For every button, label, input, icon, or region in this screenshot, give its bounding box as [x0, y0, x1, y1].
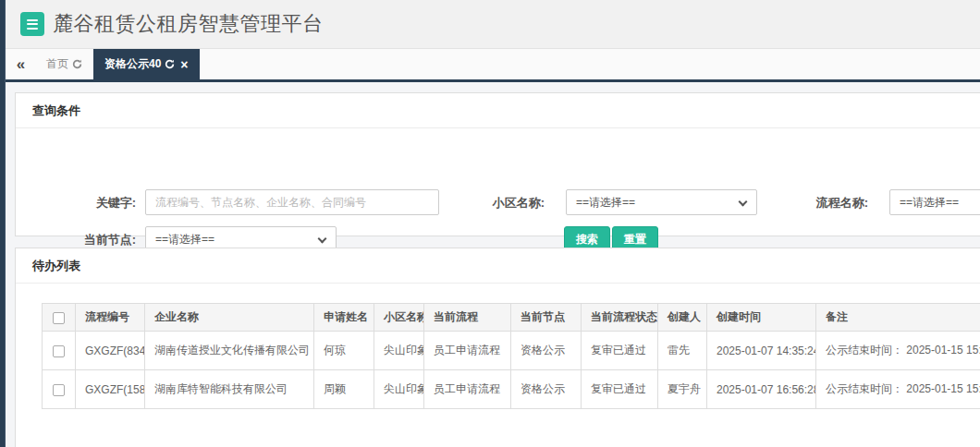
column-header: 当前流程状态 — [582, 304, 658, 332]
cell: 复审已通过 — [582, 332, 658, 370]
row-checkbox-cell — [43, 370, 76, 409]
cell: 公示结束时间： 2025-01-15 15:30:27 — [816, 332, 980, 370]
current-node-select-value: ==请选择== — [155, 232, 214, 248]
header-checkbox-cell — [43, 304, 76, 332]
column-header: 流程编号 — [76, 304, 145, 332]
tab-home[interactable]: 首页 — [35, 49, 93, 79]
main-area: 麓谷租赁公租房智慧管理平台 « 首页 资格公示40 × 查 — [6, 0, 980, 447]
column-header: 申请姓名 — [314, 304, 374, 332]
top-header: 麓谷租赁公租房智慧管理平台 — [6, 0, 980, 49]
keyword-input[interactable] — [145, 189, 439, 215]
column-header: 小区名称 — [374, 304, 424, 332]
hamburger-icon — [27, 19, 38, 21]
table-header-row: 流程编号企业名称申请姓名小区名称当前流程当前节点当前流程状态创建人创建时间备注 — [43, 304, 980, 332]
community-label: 小区名称: — [423, 195, 545, 211]
current-node-label: 当前节点: — [16, 232, 136, 248]
process-name-select-value: ==请选择== — [900, 195, 959, 211]
cell: 员工申请流程 — [424, 332, 511, 370]
cell: 复审已通过 — [582, 370, 658, 409]
cell: 2025-01-07 16:56:28 — [707, 370, 816, 409]
collapse-tabs-icon[interactable]: « — [6, 49, 35, 79]
process-name-label: 流程名称: — [746, 195, 868, 211]
tab-home-label: 首页 — [46, 56, 68, 72]
query-panel: 查询条件 关键字: 小区名称: ==请选择== 流程名称: ==请选择== 当前… — [15, 92, 980, 236]
row-checkbox[interactable] — [53, 384, 65, 396]
cell: 何琼 — [314, 332, 374, 370]
query-panel-title: 查询条件 — [16, 93, 980, 128]
content-area: 查询条件 关键字: 小区名称: ==请选择== 流程名称: ==请选择== 当前… — [6, 82, 980, 447]
column-header: 创建人 — [658, 304, 707, 332]
tab-bar: « 首页 资格公示40 × — [6, 49, 980, 79]
tab-qualification-label: 资格公示40 — [104, 56, 161, 72]
table-row: GXGZF(834)湖南传道授业文化传播有限公司何琼尖山印象员工申请流程资格公示… — [43, 332, 980, 370]
table-row: GXGZF(15862)湖南库特智能科技有限公司周颖尖山印象员工申请流程资格公示… — [43, 370, 980, 409]
menu-toggle-button[interactable] — [20, 12, 44, 36]
cell: 湖南传道授业文化传播有限公司 — [145, 332, 314, 370]
keyword-label: 关键字: — [16, 195, 136, 211]
cell: 夏宇舟 — [658, 370, 707, 409]
cell: 员工申请流程 — [424, 370, 511, 409]
cell: 2025-01-07 14:35:24 — [707, 332, 816, 370]
cell: 周颖 — [314, 370, 374, 409]
refresh-icon[interactable] — [165, 59, 175, 69]
page-title: 麓谷租赁公租房智慧管理平台 — [53, 10, 324, 38]
cell: 湖南库特智能科技有限公司 — [145, 370, 314, 409]
table-body: GXGZF(834)湖南传道授业文化传播有限公司何琼尖山印象员工申请流程资格公示… — [43, 332, 980, 409]
cell: 尖山印象 — [374, 370, 424, 409]
column-header: 企业名称 — [145, 304, 314, 332]
cell: GXGZF(15862) — [76, 370, 145, 409]
chevron-down-icon — [318, 235, 327, 244]
refresh-icon[interactable] — [72, 59, 82, 69]
process-name-select[interactable]: ==请选择== — [889, 189, 980, 215]
todo-panel-title: 待办列表 — [16, 248, 980, 284]
community-select-value: ==请选择== — [576, 195, 635, 211]
todo-panel: 待办列表 — [15, 248, 980, 447]
row-checkbox-cell — [43, 332, 76, 370]
cell: 资格公示 — [511, 370, 582, 409]
column-header: 备注 — [816, 304, 980, 332]
select-all-checkbox[interactable] — [53, 312, 65, 324]
cell: 资格公示 — [511, 332, 582, 370]
column-header: 当前流程 — [424, 304, 511, 332]
close-icon[interactable]: × — [180, 58, 188, 71]
cell: 公示结束时间： 2025-01-15 15:30:20 — [816, 370, 980, 409]
todo-table: 流程编号企业名称申请姓名小区名称当前流程当前节点当前流程状态创建人创建时间备注 … — [42, 303, 980, 409]
cell: 雷先 — [658, 332, 707, 370]
cell: 尖山印象 — [374, 332, 424, 370]
row-checkbox[interactable] — [53, 345, 65, 357]
column-header: 当前节点 — [511, 304, 582, 332]
tab-qualification-publicity[interactable]: 资格公示40 × — [93, 49, 200, 79]
cell: GXGZF(834) — [76, 332, 145, 370]
app-window: 麓谷租赁公租房智慧管理平台 « 首页 资格公示40 × 查 — [0, 0, 980, 447]
column-header: 创建时间 — [707, 304, 816, 332]
community-select[interactable]: ==请选择== — [566, 189, 757, 215]
todo-table-wrap: 流程编号企业名称申请姓名小区名称当前流程当前节点当前流程状态创建人创建时间备注 … — [42, 303, 980, 409]
